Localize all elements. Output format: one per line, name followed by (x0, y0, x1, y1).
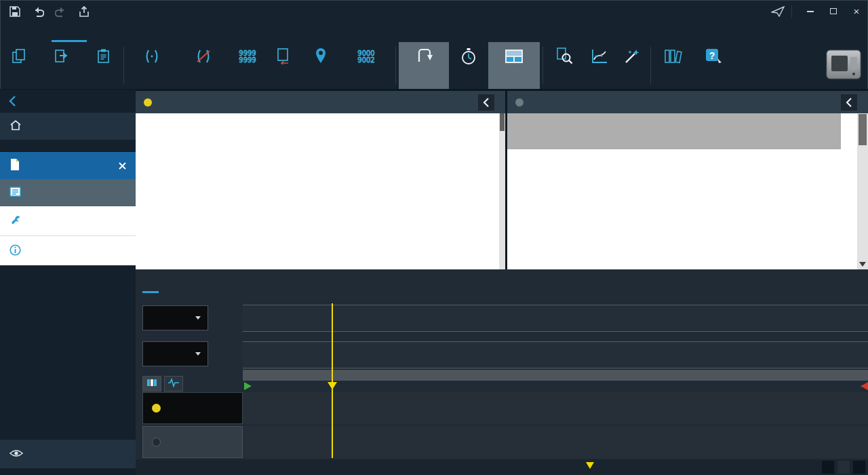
main-area: − + (136, 90, 868, 475)
maximize-button[interactable] (822, 0, 845, 22)
playhead-line[interactable] (332, 303, 333, 458)
button-label (265, 66, 302, 67)
info-icon (9, 244, 21, 258)
code-view[interactable] (136, 113, 505, 269)
divider (542, 47, 543, 84)
comment-button[interactable] (127, 42, 177, 89)
title-bar: × (0, 0, 868, 22)
vertical-scrollbar[interactable] (499, 113, 505, 269)
x-axis-select[interactable] (142, 341, 208, 366)
comment-remove-icon (195, 45, 212, 66)
synchro-number-button[interactable]: 99999999 (230, 42, 265, 89)
menu-hilfe[interactable] (122, 22, 157, 42)
time-column-button[interactable] (449, 42, 488, 89)
play-start-marker-icon[interactable] (244, 382, 252, 390)
sidebar-item-ausgabe[interactable] (0, 179, 136, 206)
sidebar-collapse-chevron-icon[interactable] (5, 94, 20, 109)
send-plane-icon[interactable] (771, 5, 785, 18)
output-icon (9, 187, 21, 200)
menu-ausgabe[interactable] (52, 22, 87, 42)
undo-icon[interactable] (31, 5, 45, 18)
search-button[interactable] (546, 42, 583, 89)
close-document-icon[interactable] (117, 160, 127, 171)
part-time-value (822, 461, 834, 474)
gantt-track-pfad1[interactable] (243, 392, 868, 424)
empty-lines-region (507, 113, 841, 149)
sync-disable-button[interactable]: 90009002 (340, 42, 393, 89)
help-icon: ? (705, 45, 722, 66)
button-label (87, 66, 121, 67)
timeline-marker-strip (243, 381, 868, 392)
gantt-track-pfad2[interactable] (243, 426, 868, 458)
svg-text:9999: 9999 (239, 56, 256, 64)
create-operation-button[interactable] (302, 42, 340, 89)
scroll-down-arrow-icon[interactable] (859, 262, 866, 267)
format-iso-button[interactable] (265, 42, 302, 89)
export-icon[interactable] (77, 5, 91, 18)
path2-dot (152, 438, 161, 446)
divider (123, 47, 124, 84)
sidebar-item-werkzeuge[interactable] (0, 206, 136, 235)
scrollbar-thumb[interactable] (859, 114, 867, 145)
sidebar-item-home[interactable] (0, 113, 136, 140)
button-label (546, 66, 583, 67)
button-label (340, 66, 393, 67)
collapse-panel-chevron-icon[interactable] (478, 94, 494, 111)
eye-icon (9, 449, 23, 460)
z-axis-select[interactable] (142, 305, 208, 330)
code-panel-pfad1 (136, 91, 505, 269)
gantt-panel: − + (136, 269, 868, 475)
button-label (583, 66, 616, 67)
sidebar-item-document[interactable] (0, 152, 136, 179)
scrollbar-thumb[interactable] (500, 113, 505, 131)
minimize-button[interactable] (799, 0, 822, 22)
vertical-scrollbar[interactable] (857, 113, 868, 269)
collapse-panel-chevron-icon[interactable] (841, 94, 857, 111)
gantt-row-label-pfad1[interactable] (142, 392, 243, 424)
curve-view-toggle[interactable] (164, 376, 183, 392)
paste-button[interactable] (87, 42, 121, 89)
uncomment-button[interactable] (177, 42, 230, 89)
sidebar-item-werkstueck-info[interactable] (0, 235, 136, 265)
waveform-icon (167, 378, 180, 390)
button-label (654, 66, 692, 67)
library-button[interactable] (654, 42, 692, 89)
z1-position-chart (243, 305, 868, 332)
chevron-down-icon (195, 316, 201, 320)
timeline-ruler[interactable] (243, 370, 868, 381)
wizard-button[interactable] (616, 42, 648, 89)
path1-status-dot (144, 98, 152, 107)
cut-button[interactable] (37, 42, 87, 89)
bar-view-toggle[interactable] (142, 376, 161, 392)
document-icon (9, 158, 20, 173)
gantt-row-label-pfad2[interactable] (142, 426, 243, 458)
lower-flap-button[interactable] (488, 42, 540, 89)
panel-header (136, 91, 505, 113)
programming-help-button[interactable]: ? (692, 42, 735, 89)
button-label (230, 66, 265, 67)
save-icon[interactable] (8, 5, 22, 18)
button-label (449, 66, 488, 67)
close-button[interactable]: × (845, 0, 868, 22)
menu-optionen[interactable] (87, 22, 122, 42)
machine-info (821, 42, 867, 89)
menu-datei[interactable] (16, 22, 52, 42)
code-view[interactable] (507, 113, 868, 269)
tab-error[interactable] (212, 275, 228, 293)
main-loop-button[interactable] (399, 42, 449, 89)
redo-icon[interactable] (54, 5, 68, 18)
divider (650, 47, 651, 84)
button-label (302, 66, 340, 67)
button-label (177, 66, 230, 67)
button-label (692, 66, 735, 67)
svg-text:9002: 9002 (357, 56, 374, 64)
x1-position-chart (243, 341, 868, 368)
ribbon-toolbar: 99999999 90009002 (0, 42, 868, 90)
button-label (1, 66, 37, 67)
end-marker-icon[interactable] (861, 382, 868, 390)
tab-gantt[interactable] (142, 275, 159, 293)
2d-path-button[interactable] (583, 42, 616, 89)
sidebar-item-ueberwachung[interactable] (0, 440, 136, 468)
button-label (616, 66, 648, 67)
copy-button[interactable] (1, 42, 37, 89)
